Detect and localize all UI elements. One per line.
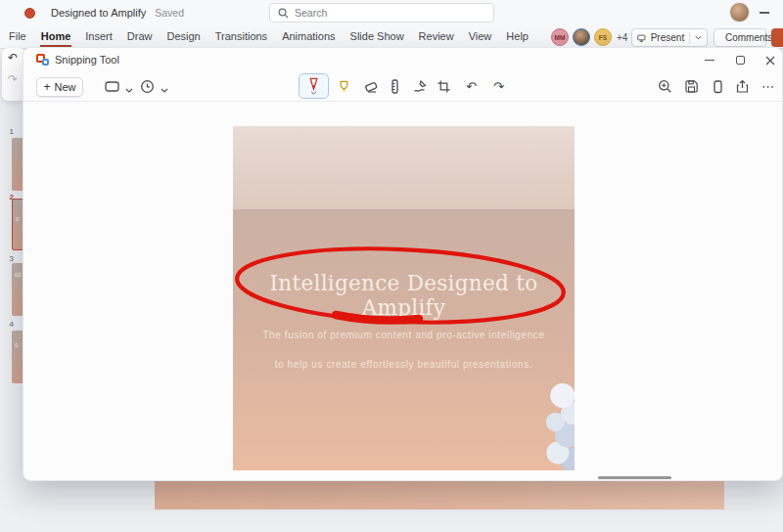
- snip-mode-rectangle-icon[interactable]: [104, 78, 120, 95]
- present-label: Present: [651, 32, 684, 43]
- window-title: Snipping Tool: [55, 54, 119, 66]
- ruler-tool[interactable]: [387, 78, 403, 95]
- menu-help[interactable]: Help: [505, 26, 530, 47]
- menu-insert[interactable]: Insert: [84, 26, 114, 47]
- search-icon: [278, 8, 289, 19]
- collaborator-avatar-photo[interactable]: [573, 28, 590, 46]
- menu-animations[interactable]: Animations: [281, 26, 336, 47]
- crop-tool[interactable]: [436, 78, 452, 95]
- save-button[interactable]: [683, 78, 700, 95]
- powerpoint-slide-canvas-partial: [155, 481, 724, 510]
- undo-button[interactable]: ↶: [466, 80, 477, 93]
- collaborator-avatar-fs[interactable]: FS: [594, 28, 612, 46]
- present-button[interactable]: Present: [631, 28, 708, 47]
- powerpoint-titlebar: Designed to Amplify Saved: [0, 0, 783, 25]
- more-options-button[interactable]: ⋯: [761, 79, 775, 94]
- powerpoint-logo-icon: [24, 8, 35, 19]
- collaborator-overflow-count[interactable]: +4: [617, 32, 627, 43]
- snip-mode-chevron-down-icon[interactable]: [120, 82, 137, 99]
- redo-icon[interactable]: ↷: [8, 72, 18, 86]
- ballpoint-pen-icon: [306, 77, 321, 91]
- snipping-tool-toolbar: + New: [23, 71, 782, 102]
- search-field[interactable]: [295, 7, 461, 19]
- account-avatar[interactable]: [729, 2, 750, 22]
- highlighter-tool[interactable]: [336, 78, 352, 95]
- snip-delay-chevron-down-icon[interactable]: [156, 82, 172, 99]
- thumbnail-text-fragment: 0: [15, 342, 18, 348]
- present-divider: [689, 32, 690, 44]
- menu-design[interactable]: Design: [165, 26, 201, 47]
- redo-button[interactable]: ↷: [493, 80, 504, 93]
- menu-file[interactable]: File: [8, 26, 27, 47]
- zoom-button[interactable]: [657, 78, 673, 95]
- close-button[interactable]: [763, 54, 776, 66]
- new-snip-button[interactable]: + New: [36, 77, 83, 97]
- search-input[interactable]: [269, 3, 494, 22]
- ballpoint-pen-tool-selected[interactable]: [299, 73, 329, 99]
- snipping-tool-app-icon-accent: [42, 59, 49, 66]
- close-icon: [765, 56, 775, 66]
- comments-label: Comments: [725, 32, 772, 43]
- share-button-partial[interactable]: [771, 28, 783, 47]
- eraser-tool[interactable]: [362, 78, 379, 95]
- pen-options-chevron-icon: [310, 91, 317, 95]
- new-label: New: [55, 81, 76, 93]
- menu-slideshow[interactable]: Slide Show: [349, 26, 405, 47]
- thumbnail-text-fragment: 02: [15, 272, 22, 278]
- menu-view[interactable]: View: [468, 26, 493, 47]
- snipping-tool-window: Snipping Tool + New: [23, 47, 783, 481]
- captured-screenshot: Intelligence Designed to Amplify The fus…: [233, 126, 575, 470]
- plus-icon: +: [43, 80, 50, 94]
- snip-delay-timer-icon[interactable]: [139, 78, 156, 95]
- save-status: Saved: [155, 7, 184, 19]
- present-chevron-down-icon[interactable]: [695, 35, 702, 40]
- desktop-stage: Designed to Amplify Saved File Home Inse…: [0, 0, 783, 532]
- touch-writing-tool[interactable]: [411, 78, 428, 95]
- menu-home[interactable]: Home: [40, 26, 72, 47]
- comments-button[interactable]: Comments: [714, 28, 766, 47]
- document-title: Designed to Amplify: [51, 7, 146, 19]
- thumbnail-text-fragment: 0: [16, 216, 19, 222]
- horizontal-scrollbar[interactable]: [598, 476, 671, 479]
- red-ellipse-annotation: [233, 126, 575, 470]
- menu-review[interactable]: Review: [418, 26, 455, 47]
- slide-number-4: 4: [4, 320, 14, 329]
- share-button[interactable]: [734, 78, 751, 95]
- undo-icon[interactable]: ↶: [8, 51, 18, 65]
- menu-transitions[interactable]: Transitions: [214, 26, 268, 47]
- snipping-tool-titlebar[interactable]: Snipping Tool: [23, 48, 782, 71]
- menu-draw[interactable]: Draw: [126, 26, 154, 47]
- slide-number-3: 3: [4, 254, 14, 263]
- slide-number-1: 1: [4, 127, 14, 136]
- maximize-button[interactable]: [734, 54, 747, 66]
- collaborator-avatar-mm[interactable]: MM: [551, 28, 569, 46]
- powerpoint-minimize-icon[interactable]: [760, 12, 769, 14]
- copy-button[interactable]: [709, 78, 725, 95]
- present-icon: [637, 33, 646, 43]
- minimize-button[interactable]: [703, 54, 715, 66]
